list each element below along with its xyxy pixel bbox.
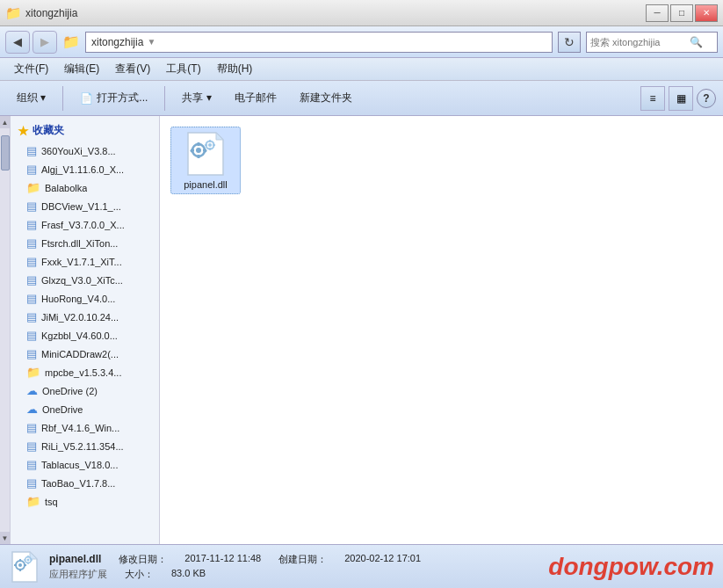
svg-point-11 [208, 143, 212, 147]
search-icon[interactable]: 🔍 [690, 36, 703, 48]
sidebar-item-label-0: 360YouXi_V3.8... [41, 146, 116, 156]
menu-file[interactable]: 文件(F) [7, 60, 55, 78]
dll-file-icon [183, 131, 228, 177]
program-icon-11: ▤ [26, 347, 37, 360]
sidebar-item-label-6: Fxxk_V1.7.1_XiT... [41, 257, 122, 267]
file-name-pipanel: pipanel.dll [184, 179, 228, 190]
toolbar-right: ≡ ▦ ? [640, 86, 716, 111]
status-modified-date: 2017-11-12 11:48 [184, 553, 261, 566]
folder-icon-2: 📁 [26, 181, 40, 194]
layout-button[interactable]: ▦ [669, 86, 693, 111]
program-icon-3: ▤ [26, 200, 37, 213]
sidebar-item-6[interactable]: ▤ Fxxk_V1.7.1_XiT... [11, 252, 159, 271]
new-folder-button[interactable]: 新建文件夹 [290, 84, 362, 113]
sidebar-item-label-5: Ftsrch.dll_XiTon... [41, 238, 118, 249]
watermark: dongpow.com [548, 553, 714, 581]
sidebar-item-3[interactable]: ▤ DBCView_V1.1_... [11, 197, 159, 215]
menu-help[interactable]: 帮助(H) [210, 60, 260, 78]
sidebar: ★ 收藏夹 ▤ 360YouXi_V3.8... ▤ Algj_V1.11.6.… [11, 116, 160, 544]
sidebar-item-19[interactable]: 📁 tsq [11, 492, 159, 511]
menu-edit[interactable]: 编辑(E) [57, 60, 106, 78]
folder-icon-title: 📁 [5, 5, 22, 21]
search-input[interactable] [590, 37, 687, 47]
svg-point-25 [27, 558, 30, 561]
sidebar-item-label-2: Balabolka [45, 183, 87, 193]
sidebar-item-label-4: Frasf_V3.7.0.0_X... [41, 220, 125, 230]
cloud-icon-14: ☁ [26, 403, 38, 416]
sidebar-item-label-7: Glxzq_V3.0_XiTc... [41, 275, 123, 286]
address-input[interactable]: xitongzhijia ▼ [85, 32, 553, 53]
sidebar-item-7[interactable]: ▤ Glxzq_V3.0_XiTc... [11, 271, 159, 289]
menu-tools[interactable]: 工具(T) [159, 60, 207, 78]
program-icon-10: ▤ [26, 329, 37, 342]
main-area: ▲ ▼ ★ 收藏夹 ▤ 360YouXi_V3.8... ▤ Algj_V1.1… [0, 116, 723, 544]
svg-rect-23 [24, 564, 26, 566]
sidebar-item-0[interactable]: ▤ 360YouXi_V3.8... [11, 142, 159, 160]
open-with-label: 打开方式... [97, 91, 148, 105]
sidebar-item-4[interactable]: ▤ Frasf_V3.7.0.0_X... [11, 215, 159, 234]
svg-rect-4 [198, 142, 200, 146]
program-icon-18: ▤ [26, 476, 37, 490]
sidebar-item-label-16: RiLi_V5.2.11.354... [41, 441, 124, 452]
svg-rect-29 [31, 559, 33, 561]
sidebar-item-label-12: mpcbe_v1.5.3.4... [45, 367, 121, 378]
svg-rect-13 [209, 148, 211, 150]
sidebar-item-label-18: TaoBao_V1.7.8... [41, 478, 115, 489]
sidebar-item-2[interactable]: 📁 Balabolka [11, 178, 159, 197]
status-filename: pipanel.dll [49, 553, 101, 566]
menu-bar: 文件(F) 编辑(E) 查看(V) 工具(T) 帮助(H) [0, 58, 723, 81]
status-size-label: 大小： [125, 568, 154, 581]
sidebar-item-12[interactable]: 📁 mpcbe_v1.5.3.4... [11, 363, 159, 381]
sidebar-item-15[interactable]: ▤ Rbf_V4.1.6_Win... [11, 418, 159, 437]
toolbar-separator-1 [62, 86, 63, 111]
svg-point-19 [18, 563, 22, 567]
open-with-icon: 📄 [80, 92, 93, 105]
menu-view[interactable]: 查看(V) [108, 60, 157, 78]
address-folder-icon: 📁 [62, 33, 80, 50]
help-button[interactable]: ? [697, 89, 716, 108]
sidebar-scroll-up[interactable]: ▲ [0, 116, 11, 128]
sidebar-item-label-11: MiniCADDraw2(... [41, 349, 119, 359]
minimize-button[interactable]: ─ [646, 4, 669, 22]
toolbar: 组织 ▾ 📄 打开方式... 共享 ▾ 电子邮件 新建文件夹 ≡ ▦ ? [0, 81, 723, 116]
sidebar-item-8[interactable]: ▤ HuoRong_V4.0... [11, 289, 159, 308]
sidebar-item-16[interactable]: ▤ RiLi_V5.2.11.354... [11, 437, 159, 455]
back-button[interactable]: ◀ [5, 31, 30, 54]
sidebar-scroll-down[interactable]: ▼ [0, 532, 11, 544]
organize-button[interactable]: 组织 ▾ [7, 84, 55, 113]
search-box[interactable]: 🔍 [586, 32, 718, 53]
sidebar-item-5[interactable]: ▤ Ftsrch.dll_XiTon... [11, 234, 159, 252]
share-button[interactable]: 共享 ▾ [172, 84, 221, 113]
program-icon-7: ▤ [26, 273, 37, 287]
svg-rect-22 [14, 564, 17, 566]
svg-rect-26 [27, 555, 29, 558]
sidebar-item-17[interactable]: ▤ Tablacus_V18.0... [11, 455, 159, 474]
program-icon-5: ▤ [26, 236, 37, 250]
sidebar-item-18[interactable]: ▤ TaoBao_V1.7.8... [11, 474, 159, 492]
sidebar-item-10[interactable]: ▤ Kgzbbl_V4.60.0... [11, 326, 159, 345]
email-button[interactable]: 电子邮件 [225, 84, 286, 113]
refresh-button[interactable]: ↻ [558, 32, 581, 53]
program-icon-8: ▤ [26, 292, 37, 305]
sidebar-item-9[interactable]: ▤ JiMi_V2.0.10.24... [11, 308, 159, 326]
favorites-label: 收藏夹 [33, 123, 64, 138]
restore-button[interactable]: □ [670, 4, 693, 22]
sidebar-item-13[interactable]: ☁ OneDrive (2) [11, 381, 159, 400]
status-info: pipanel.dll 修改日期： 2017-11-12 11:48 创建日期：… [49, 553, 539, 581]
sidebar-item-1[interactable]: ▤ Algj_V1.11.6.0_X... [11, 160, 159, 178]
cloud-icon-13: ☁ [26, 384, 38, 397]
forward-button[interactable]: ▶ [33, 31, 57, 54]
sidebar-scroll-thumb[interactable] [1, 135, 10, 171]
sidebar-item-14[interactable]: ☁ OneDrive [11, 400, 159, 418]
status-type: 应用程序扩展 [49, 568, 107, 581]
file-area: pipanel.dll [160, 116, 723, 544]
sidebar-item-label-3: DBCView_V1.1_... [41, 201, 121, 212]
sidebar-item-11[interactable]: ▤ MiniCADDraw2(... [11, 345, 159, 363]
open-with-button[interactable]: 📄 打开方式... [70, 84, 157, 113]
close-button[interactable]: ✕ [695, 4, 718, 22]
program-icon-16: ▤ [26, 439, 37, 453]
file-item-pipanel[interactable]: pipanel.dll [170, 127, 241, 194]
view-toggle-button[interactable]: ≡ [640, 86, 665, 111]
address-dropdown-arrow[interactable]: ▼ [147, 37, 155, 47]
sidebar-favorites-header[interactable]: ★ 收藏夹 [11, 120, 159, 142]
